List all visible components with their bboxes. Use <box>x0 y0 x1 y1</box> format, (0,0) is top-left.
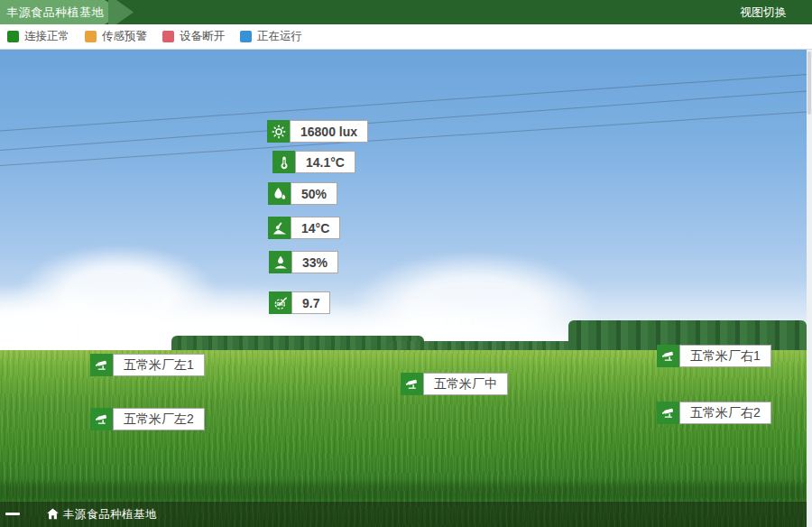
footer-bar: 丰源食品种植基地 <box>0 502 807 527</box>
home-icon[interactable] <box>45 506 60 522</box>
camera-badge-center[interactable]: 五常米厂中 <box>401 373 508 395</box>
vertical-scrollbar[interactable] <box>807 50 812 527</box>
legend-label: 连接正常 <box>24 29 69 44</box>
sensor-value: 14°C <box>291 217 340 239</box>
scrollbar-thumb[interactable] <box>807 51 811 115</box>
ph-icon: PH <box>269 291 291 314</box>
header-bar: 丰源食品种植基地 视图切换 <box>0 0 812 24</box>
legend-bar: 连接正常 传感预警 设备断开 正在运行 <box>0 24 812 50</box>
humidity-drops-icon <box>268 182 291 205</box>
sensor-value: 33% <box>291 251 338 273</box>
status-swatch-warning <box>85 31 97 42</box>
camera-label: 五常米厂中 <box>423 373 508 395</box>
app-window: 丰源食品种植基地 视图切换 连接正常 传感预警 设备断开 正在运行 <box>0 0 812 527</box>
camera-label: 五常米厂左2 <box>113 408 205 430</box>
camera-label: 五常米厂右1 <box>679 345 771 367</box>
sensor-value: 9.7 <box>291 291 330 314</box>
legend-item-running: 正在运行 <box>240 29 302 44</box>
sensor-badge-light-intensity[interactable]: 16800 lux <box>267 120 368 143</box>
cctv-camera-icon <box>90 408 113 430</box>
collapse-handle[interactable] <box>5 513 20 515</box>
cctv-camera-icon <box>657 402 679 424</box>
view-switch-button[interactable]: 视图切换 <box>740 0 787 24</box>
sensor-value: 14.1°C <box>295 151 355 173</box>
legend-label: 设备断开 <box>180 29 225 44</box>
soil-moisture-icon <box>269 251 291 273</box>
status-swatch-connected <box>7 31 19 42</box>
camera-badge-right-1[interactable]: 五常米厂右1 <box>657 345 771 367</box>
camera-label: 五常米厂左1 <box>113 354 205 376</box>
camera-badge-right-2[interactable]: 五常米厂右2 <box>657 402 771 424</box>
ribbon-chevron <box>108 0 135 24</box>
status-swatch-running <box>240 31 252 42</box>
legend-item-connected: 连接正常 <box>7 29 69 44</box>
page-title: 丰源食品种植基地 <box>6 0 104 24</box>
cctv-camera-icon <box>657 345 679 367</box>
status-swatch-disconnected <box>162 31 174 42</box>
cctv-camera-icon <box>90 354 113 376</box>
legend-item-sensor-warning: 传感预警 <box>85 29 147 44</box>
footer-title: 丰源食品种植基地 <box>63 502 157 527</box>
field-monitor-view: 16800 lux 14.1°C 50% 14°C <box>0 50 807 527</box>
sensor-badge-air-humidity[interactable]: 50% <box>268 182 337 205</box>
sensor-badge-air-temperature[interactable]: 14.1°C <box>272 151 355 173</box>
sensor-badge-soil-moisture[interactable]: 33% <box>269 251 338 273</box>
sensor-value: 50% <box>291 182 337 205</box>
sensor-value: 16800 lux <box>290 120 368 143</box>
sensor-badge-ph[interactable]: PH 9.7 <box>269 291 330 314</box>
field-shadow-band <box>0 483 807 501</box>
soil-thermometer-icon <box>268 217 291 239</box>
sun-icon <box>267 120 290 143</box>
camera-badge-left-1[interactable]: 五常米厂左1 <box>90 354 205 376</box>
legend-item-disconnected: 设备断开 <box>162 29 225 44</box>
legend-label: 传感预警 <box>102 29 147 44</box>
cctv-camera-icon <box>401 373 423 395</box>
camera-label: 五常米厂右2 <box>679 402 771 424</box>
thermometer-icon <box>272 151 295 173</box>
legend-label: 正在运行 <box>257 29 302 44</box>
sensor-badge-soil-temperature[interactable]: 14°C <box>268 217 340 239</box>
camera-badge-left-2[interactable]: 五常米厂左2 <box>90 408 205 430</box>
